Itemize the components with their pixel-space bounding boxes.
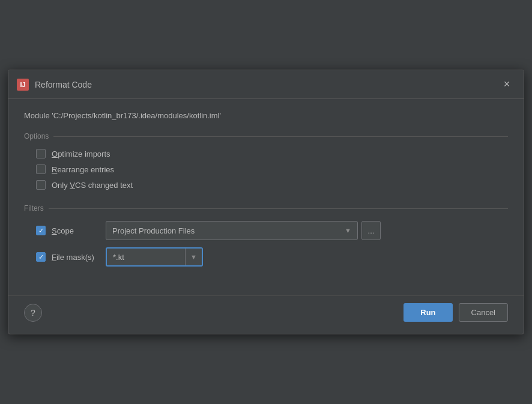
title-bar-left: IJ Reformat Code	[17, 79, 92, 91]
rearrange-entries-row: Rearrange entries	[36, 164, 508, 174]
optimize-imports-row: Optimize imports	[36, 149, 508, 158]
dialog-title: Reformat Code	[35, 80, 92, 89]
file-mask-dropdown-button[interactable]: ▼	[185, 249, 202, 265]
scope-label: Scope	[52, 226, 100, 235]
close-icon: ×	[504, 78, 510, 91]
scope-row: Scope Project Production Files ▼ ...	[36, 221, 508, 240]
help-icon: ?	[31, 308, 35, 318]
only-vcs-checkbox[interactable]	[36, 180, 46, 190]
filters-section-header: Filters	[24, 204, 508, 213]
scope-checkbox[interactable]	[36, 226, 46, 235]
scope-dots-button[interactable]: ...	[361, 221, 381, 240]
footer-buttons: Run Cancel	[404, 303, 508, 322]
dialog-content: Module 'C:/Projects/kotlin_br173/.idea/m…	[8, 99, 524, 295]
scope-dropdown[interactable]: Project Production Files ▼	[106, 221, 358, 240]
scope-dropdown-value: Project Production Files	[112, 226, 195, 235]
options-divider	[53, 136, 508, 137]
dialog-footer: ? Run Cancel	[8, 295, 524, 334]
filters-divider	[49, 208, 508, 209]
file-mask-input-wrapper: ▼	[106, 247, 203, 267]
file-mask-label: File mask(s)	[52, 253, 100, 262]
dots-icon: ...	[368, 226, 375, 235]
only-vcs-label: Only VCS changed text	[52, 181, 133, 190]
file-mask-dropdown-arrow-icon: ▼	[190, 253, 197, 261]
file-mask-input[interactable]	[107, 250, 185, 265]
reformat-code-dialog: IJ Reformat Code × Module 'C:/Projects/k…	[8, 70, 524, 334]
options-group: Optimize imports Rearrange entries Only …	[24, 149, 508, 190]
scope-dropdown-arrow-icon: ▼	[345, 227, 351, 234]
options-label: Options	[24, 132, 49, 140]
run-button[interactable]: Run	[404, 303, 452, 322]
module-path: Module 'C:/Projects/kotlin_br173/.idea/m…	[24, 111, 508, 120]
optimize-imports-checkbox[interactable]	[36, 149, 46, 158]
rearrange-entries-label: Rearrange entries	[52, 165, 114, 174]
rearrange-entries-checkbox[interactable]	[36, 164, 46, 174]
optimize-imports-label: Optimize imports	[52, 149, 110, 158]
close-button[interactable]: ×	[498, 76, 515, 93]
app-icon: IJ	[17, 79, 29, 91]
scope-dropdown-wrapper: Project Production Files ▼ ...	[106, 221, 381, 240]
file-mask-checkbox[interactable]	[36, 252, 46, 262]
options-section-header: Options	[24, 132, 508, 140]
help-button[interactable]: ?	[24, 304, 42, 322]
only-vcs-row: Only VCS changed text	[36, 180, 508, 190]
title-bar: IJ Reformat Code ×	[8, 70, 524, 99]
filters-group: Scope Project Production Files ▼ ... Fil…	[24, 221, 508, 267]
filters-label: Filters	[24, 204, 44, 213]
file-mask-row: File mask(s) ▼	[36, 247, 508, 267]
cancel-button[interactable]: Cancel	[459, 303, 508, 322]
